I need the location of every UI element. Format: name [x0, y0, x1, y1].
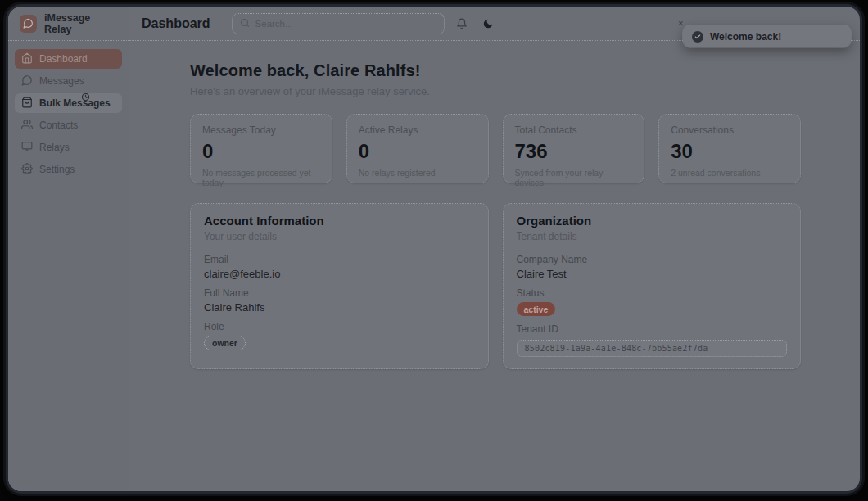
dashboard-content: Welcome back, Claire Rahlfs! Here's an o…	[129, 41, 860, 491]
bell-icon[interactable]	[451, 13, 472, 34]
panel-subtitle: Tenant details	[517, 231, 788, 242]
stat-note: No relays registered	[359, 168, 477, 178]
company-name-field: Company Name Claire Test	[517, 254, 788, 280]
role-badge: owner	[204, 336, 246, 350]
stat-label: Total Contacts	[515, 124, 633, 136]
page-header-title: Dashboard	[142, 16, 210, 31]
search-box[interactable]	[232, 13, 445, 34]
check-circle-icon	[692, 31, 703, 43]
stat-card-messages-today: Messages Today 0 No messages processed y…	[190, 114, 332, 183]
field-label: Role	[204, 321, 475, 333]
stat-value: 0	[202, 140, 320, 163]
search-input[interactable]	[255, 19, 436, 29]
main-area: Dashboard Welcome back, Claire Rahlfs! H…	[129, 7, 860, 491]
busy-cursor-icon	[80, 91, 91, 106]
detail-panels: Account Information Your user details Em…	[190, 203, 801, 369]
field-label: Company Name	[517, 254, 788, 266]
field-value: claire@feeble.io	[204, 268, 475, 280]
stat-note: Synced from your relay devices	[515, 168, 633, 187]
close-icon[interactable]: ×	[678, 19, 683, 28]
brand: iMessage Relay	[8, 7, 129, 41]
stat-value: 736	[515, 140, 633, 163]
gear-icon	[21, 163, 33, 177]
sidebar-item-label: Bulk Messages	[39, 97, 111, 109]
brand-name: iMessage Relay	[44, 12, 117, 35]
stats-grid: Messages Today 0 No messages processed y…	[190, 114, 801, 183]
stat-card-active-relays: Active Relays 0 No relays registered	[346, 114, 489, 183]
app-window: iMessage Relay Dashboard Messages Bulk M…	[8, 7, 860, 491]
stat-note: 2 unread conversations	[671, 168, 789, 178]
sidebar-nav: Dashboard Messages Bulk Messages Contact…	[8, 41, 129, 182]
users-icon	[21, 119, 33, 133]
page-title: Welcome back, Claire Rahlfs!	[190, 61, 801, 80]
email-field: Email claire@feeble.io	[204, 254, 475, 280]
panel-title: Organization	[517, 214, 788, 228]
message-circle-icon	[21, 74, 33, 88]
status-field: Status active	[517, 287, 788, 316]
sidebar-item-label: Contacts	[39, 120, 78, 131]
stat-card-conversations: Conversations 30 2 unread conversations	[658, 114, 801, 183]
sidebar-item-contacts[interactable]: Contacts	[15, 115, 122, 135]
sidebar-item-messages[interactable]: Messages	[15, 71, 122, 91]
sidebar-item-relays[interactable]: Relays	[15, 138, 122, 157]
panel-subtitle: Your user details	[204, 231, 475, 242]
stat-label: Conversations	[671, 124, 789, 136]
message-circle-icon	[20, 15, 37, 33]
shopping-bag-icon	[21, 97, 33, 111]
full-name-field: Full Name Claire Rahlfs	[204, 287, 475, 314]
sidebar-item-label: Relays	[39, 142, 70, 153]
toast-notification[interactable]: × Welcome back!	[683, 25, 851, 47]
moon-icon[interactable]	[477, 13, 499, 34]
sidebar: iMessage Relay Dashboard Messages Bulk M…	[8, 7, 129, 491]
sidebar-item-label: Settings	[39, 164, 75, 175]
field-label: Email	[204, 254, 475, 266]
toast-message: Welcome back!	[710, 31, 781, 43]
role-field: Role owner	[204, 321, 475, 350]
field-label: Status	[517, 287, 788, 300]
home-icon	[21, 52, 33, 66]
field-value: Claire Test	[517, 268, 788, 280]
tenant-id-field: Tenant ID 8502c819-1a9a-4a1e-848c-7bb55a…	[517, 323, 788, 357]
field-label: Full Name	[204, 287, 475, 300]
panel-title: Account Information	[204, 214, 475, 228]
stat-card-total-contacts: Total Contacts 736 Synced from your rela…	[503, 114, 645, 183]
stat-label: Active Relays	[359, 124, 477, 136]
field-label: Tenant ID	[517, 323, 788, 336]
sidebar-item-settings[interactable]: Settings	[15, 160, 122, 179]
stat-label: Messages Today	[202, 124, 320, 136]
status-badge: active	[517, 302, 556, 316]
organization-card: Organization Tenant details Company Name…	[503, 203, 802, 369]
search-icon	[240, 16, 250, 31]
sidebar-item-dashboard[interactable]: Dashboard	[15, 49, 122, 69]
field-value: Claire Rahlfs	[204, 301, 475, 314]
account-information-card: Account Information Your user details Em…	[190, 203, 489, 369]
page-subtitle: Here's an overview of your iMessage rela…	[190, 85, 801, 97]
stat-value: 30	[671, 140, 789, 163]
monitor-icon	[21, 141, 33, 155]
sidebar-item-bulk-messages[interactable]: Bulk Messages	[15, 93, 122, 113]
stat-value: 0	[359, 140, 477, 163]
tenant-id-value: 8502c819-1a9a-4a1e-848c-7bb55ae2f7da	[517, 340, 788, 357]
sidebar-item-label: Dashboard	[39, 53, 88, 65]
stat-note: No messages processed yet today	[202, 168, 320, 187]
sidebar-item-label: Messages	[39, 75, 84, 87]
